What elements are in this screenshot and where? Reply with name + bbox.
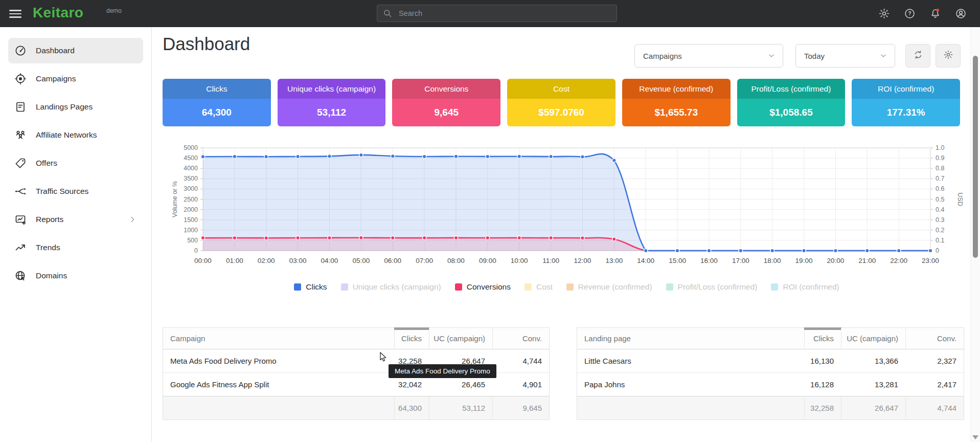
table-row[interactable]: Little Caesars16,13013,3662,327 <box>577 349 964 372</box>
row-name-cell: Little Caesars <box>577 349 804 372</box>
bell-icon[interactable] <box>929 8 941 19</box>
help-icon[interactable]: ? <box>904 8 916 19</box>
cell-text: 2,417 <box>937 380 956 389</box>
sidebar-item-dashboard[interactable]: Dashboard <box>8 38 143 63</box>
cell-text: 4,901 <box>522 380 542 389</box>
refresh-button[interactable] <box>905 44 930 68</box>
table-totals-row: 32,25826,6474,744 <box>577 396 964 419</box>
svg-text:1000: 1000 <box>184 227 198 234</box>
scrollbar-down-arrow[interactable] <box>972 435 978 439</box>
legend-item-roi-confirmed[interactable]: ROI (confirmed) <box>771 282 839 292</box>
topbar-icons: ? <box>878 0 967 27</box>
refresh-icon <box>913 50 923 62</box>
svg-text:06:00: 06:00 <box>384 257 401 264</box>
sidebar-item-domains[interactable]: Domains <box>8 263 143 289</box>
cell-text: 16,130 <box>810 357 834 365</box>
svg-text:16:00: 16:00 <box>700 257 718 264</box>
logo-badge: demo <box>106 7 122 14</box>
legend-item-revenue-confirmed[interactable]: Revenue (confirmed) <box>566 282 652 292</box>
chart-legend: ClicksUnique clicks (campaign)Conversion… <box>203 282 930 292</box>
sidebar-item-label: Affiliate Networks <box>36 130 97 140</box>
column-header-conv[interactable]: Conv. <box>905 328 964 349</box>
sidebar-item-trends[interactable]: Trends <box>8 235 143 260</box>
cell-text: 16,128 <box>810 380 834 389</box>
column-header-uc-campaign[interactable]: UC (campaign) <box>429 328 492 349</box>
sidebar-item-reports[interactable]: Reports <box>8 207 143 232</box>
sidebar-item-label: Domains <box>36 271 67 280</box>
legend-item-unique-clicks-campaign[interactable]: Unique clicks (campaign) <box>341 282 441 292</box>
topbar: Keitaro demo ? <box>0 0 980 27</box>
grouping-select[interactable]: Campaigns <box>634 44 783 68</box>
svg-text:3500: 3500 <box>184 175 198 182</box>
dashboard-settings-button[interactable] <box>936 44 961 68</box>
legend-item-cost[interactable]: Cost <box>525 282 553 292</box>
search-input[interactable] <box>398 9 611 18</box>
row-value-cell: 4,744 <box>492 349 549 372</box>
column-header-clicks[interactable]: Clicks <box>394 328 429 349</box>
sidebar-item-label: Dashboard <box>36 46 75 55</box>
date-range-select[interactable]: Today <box>795 44 895 68</box>
svg-text:0.3: 0.3 <box>936 216 944 224</box>
gear-icon[interactable] <box>878 8 890 19</box>
cell-text: Meta Ads Food Delivery Promo <box>170 357 277 365</box>
row-value-cell: 13,281 <box>841 373 905 396</box>
column-header-label: UC (campaign) <box>847 334 898 343</box>
column-header-campaign[interactable]: Campaign <box>163 328 394 349</box>
column-header-label: Clicks <box>401 334 422 343</box>
sidebar-item-affiliate-networks[interactable]: Affiliate Networks <box>8 122 143 148</box>
gauge-icon <box>14 45 27 57</box>
menu-icon[interactable] <box>9 8 21 19</box>
column-header-conv[interactable]: Conv. <box>492 328 549 349</box>
column-header-label: UC (campaign) <box>434 334 485 343</box>
scrollbar-thumb[interactable] <box>973 56 978 258</box>
svg-text:2000: 2000 <box>184 206 198 213</box>
metric-card-label: ROI (confirmed) <box>852 79 960 99</box>
row-value-cell: 2,327 <box>905 349 964 372</box>
legend-item-conversions[interactable]: Conversions <box>455 282 511 292</box>
svg-text:1.0: 1.0 <box>936 144 944 151</box>
metric-card-label: Unique clicks (campaign) <box>278 79 386 99</box>
row-name-cell: Papa Johns <box>577 373 804 396</box>
totals-empty-cell <box>163 396 394 419</box>
svg-text:21:00: 21:00 <box>858 257 876 264</box>
row-value-cell: 16,128 <box>804 373 841 396</box>
svg-text:0.7: 0.7 <box>936 175 944 182</box>
legend-item-clicks[interactable]: Clicks <box>294 282 327 292</box>
column-header-uc-campaign[interactable]: UC (campaign) <box>841 328 905 349</box>
traffic-chart[interactable]: 005000.110000.215000.320000.425000.53000… <box>169 117 971 270</box>
sidebar-nav: DashboardCampaignsLandings PagesAffiliat… <box>0 38 151 289</box>
gear-icon <box>943 50 953 62</box>
search-icon <box>382 8 393 18</box>
chevron-down-icon <box>767 52 776 60</box>
sidebar-item-landings-pages[interactable]: Landings Pages <box>8 94 143 120</box>
column-header-landing-page[interactable]: Landing page <box>577 328 804 349</box>
legend-item-profit-loss-confirmed[interactable]: Profit/Loss (confirmed) <box>666 282 758 292</box>
sidebar-item-traffic-sources[interactable]: Traffic Sources <box>8 179 143 204</box>
table-row[interactable]: Papa Johns16,12813,2812,417 <box>577 372 964 396</box>
landing-pages-table: Landing pageClicksUC (campaign)Conv.Litt… <box>577 327 964 420</box>
svg-text:0: 0 <box>194 247 198 254</box>
date-range-value: Today <box>804 52 879 60</box>
target-icon <box>14 73 27 85</box>
sidebar-item-campaigns[interactable]: Campaigns <box>8 66 143 92</box>
legend-label: ROI (confirmed) <box>783 282 839 292</box>
legend-swatch <box>566 283 574 291</box>
totals-empty-cell <box>577 396 804 419</box>
legend-label: Unique clicks (campaign) <box>353 282 441 292</box>
svg-text:0.4: 0.4 <box>936 206 944 213</box>
svg-text:08:00: 08:00 <box>447 257 465 264</box>
column-header-clicks[interactable]: Clicks <box>804 328 841 349</box>
svg-text:15:00: 15:00 <box>669 257 686 264</box>
account-icon[interactable] <box>955 8 967 19</box>
affiliates-icon <box>14 129 27 141</box>
page-scrollbar[interactable] <box>970 27 980 442</box>
cell-text: 4,744 <box>522 357 542 365</box>
search-bar[interactable] <box>377 5 617 22</box>
column-header-label: Conv. <box>937 334 956 343</box>
column-header-label: Landing page <box>584 334 631 343</box>
svg-text:0.1: 0.1 <box>936 237 944 244</box>
cell-text: 13,281 <box>875 380 898 389</box>
sidebar-item-offers[interactable]: Offers <box>8 150 143 176</box>
svg-text:07:00: 07:00 <box>416 257 433 264</box>
cell-text: 2,327 <box>937 357 956 365</box>
